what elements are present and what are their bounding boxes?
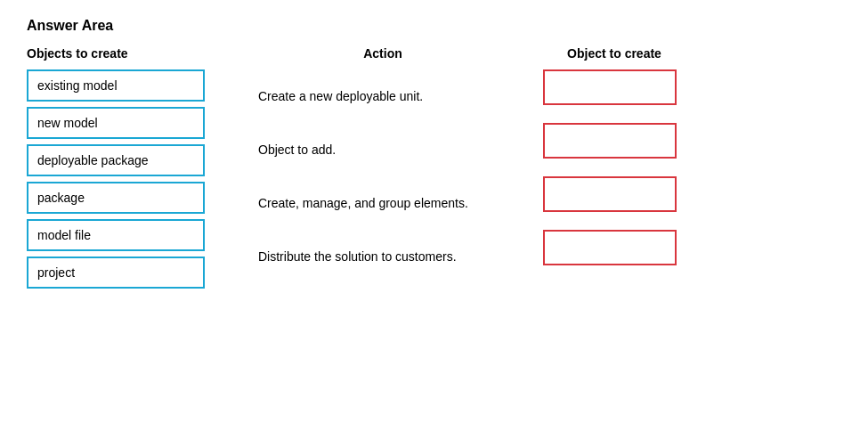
main-layout: Objects to create existing model new mod…	[27, 46, 841, 294]
drop-box[interactable]	[543, 123, 677, 159]
list-item[interactable]: model file	[27, 219, 205, 251]
drop-box[interactable]	[543, 69, 677, 105]
action-row: Create a new deployable unit.	[258, 69, 507, 123]
objects-to-create-header: Objects to create	[27, 46, 205, 61]
list-item[interactable]: existing model	[27, 69, 205, 102]
list-item[interactable]: deployable package	[27, 144, 205, 176]
action-row: Object to add.	[258, 123, 507, 176]
list-item[interactable]: package	[27, 182, 205, 214]
object-to-create-header: Object to create	[543, 46, 685, 61]
answer-area-title: Answer Area	[27, 18, 841, 34]
left-column: Objects to create existing model new mod…	[27, 46, 205, 294]
action-header: Action	[258, 46, 507, 61]
right-column: Object to create	[543, 46, 685, 283]
middle-column: Action Create a new deployable unit. Obj…	[258, 46, 507, 283]
list-item[interactable]: project	[27, 257, 205, 289]
list-item[interactable]: new model	[27, 107, 205, 139]
drop-box[interactable]	[543, 176, 677, 212]
action-row: Create, manage, and group elements.	[258, 176, 507, 230]
action-row: Distribute the solution to customers.	[258, 230, 507, 283]
drop-box[interactable]	[543, 230, 677, 265]
